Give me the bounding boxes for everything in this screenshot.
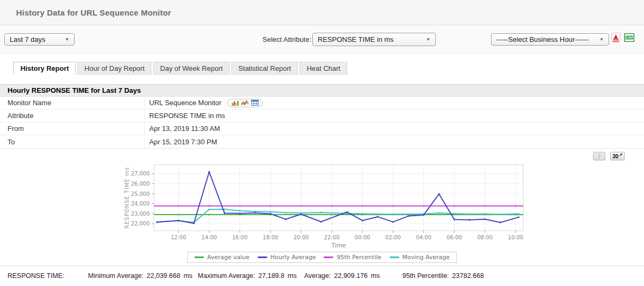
table-row: ToApr 15, 2019 7:30 PM [0, 135, 644, 148]
attribute-select[interactable]: RESPONSE TIME in ms ▼ [312, 33, 436, 46]
svg-text:04:00: 04:00 [416, 234, 431, 240]
legend-swatch [324, 256, 333, 258]
tab-statistical-report[interactable]: Statistical Report [231, 62, 298, 75]
report-table-rows: Monitor NameURL Sequence MonitorAttribut… [0, 97, 644, 148]
svg-text:06:00: 06:00 [447, 234, 462, 240]
legend-swatch [390, 256, 399, 258]
svg-text:00:00: 00:00 [355, 234, 370, 240]
summary-item-value: 27,189.8 [258, 272, 284, 280]
summary-item: 95th Percentile:23782.668 [402, 272, 484, 280]
attribute-value: RESPONSE TIME in ms [318, 35, 393, 43]
svg-text:12:00: 12:00 [171, 234, 186, 240]
chevron-down-icon: ▼ [599, 37, 604, 42]
svg-text:18:00: 18:00 [263, 234, 279, 240]
monitor-chart-shortcuts[interactable] [227, 99, 263, 107]
tab-heat-chart[interactable]: Heat Chart [299, 62, 347, 75]
summary-bar: RESPONSE TIME: Minimum Average:22,039.66… [0, 266, 644, 285]
row-label: From [0, 122, 145, 135]
svg-text:08:00: 08:00 [477, 234, 493, 240]
data-table-icon[interactable] [251, 100, 259, 106]
table-row: FromApr 13, 2019 11:30 AM [0, 122, 644, 135]
legend-item: 95th Percentile [324, 254, 381, 261]
line-chart-icon[interactable] [241, 100, 249, 106]
svg-text:10:00: 10:00 [508, 234, 523, 240]
report-tabs: History ReportHour of Day ReportDay of W… [13, 62, 644, 75]
summary-item-unit: ms [371, 272, 380, 280]
row-value-text: Apr 15, 2019 7:30 PM [149, 138, 217, 146]
period-button-label: 7 [598, 153, 601, 159]
summary-item-value: 22,039.668 [147, 272, 180, 280]
summary-item: Minimum Average:22,039.668ms [88, 272, 193, 280]
row-value-text: Apr 13, 2019 11:30 AM [149, 124, 220, 133]
legend-label: Hourly Average [270, 254, 316, 261]
period-30-button[interactable]: 30↗ [610, 152, 625, 160]
summary-item-label: Average: [304, 272, 331, 280]
business-hour-select[interactable]: -----Select Business Hour------ ▼ [491, 33, 609, 46]
time-range-select[interactable]: Last 7 days ▼ [4, 33, 75, 46]
row-value-text: URL Sequence Monitor [149, 99, 222, 107]
svg-text:23,000: 23,000 [131, 211, 150, 217]
tab-hour-of-day-report[interactable]: Hour of Day Report [77, 62, 151, 75]
legend-item: Average value [194, 254, 250, 261]
svg-text:20:00: 20:00 [294, 234, 309, 240]
bar-chart-icon[interactable] [231, 100, 239, 106]
legend-item: Hourly Average [258, 254, 316, 261]
period-7-button[interactable]: 7 [593, 152, 605, 160]
row-value: RESPONSE TIME in ms [145, 112, 225, 120]
svg-text:02:00: 02:00 [385, 234, 401, 240]
attribute-label: Select Attribute: [262, 35, 311, 43]
svg-text:CSV: CSV [626, 36, 633, 39]
summary-item: Maximum Average:27,189.8ms [198, 272, 297, 280]
chevron-down-icon: ▼ [426, 37, 430, 42]
table-row: AttributeRESPONSE TIME in ms [0, 109, 644, 122]
legend-label: Moving Average [402, 254, 450, 261]
toolbar: Last 7 days ▼ Select Attribute: RESPONSE… [0, 25, 644, 54]
legend-swatch [258, 256, 267, 258]
pdf-icon[interactable] [611, 33, 620, 42]
page-title: History Data for URL Sequence Monitor [16, 8, 171, 17]
row-label: Attribute [0, 109, 145, 122]
title-bar: History Data for URL Sequence Monitor [0, 0, 644, 25]
period-buttons: 730↗ [593, 152, 625, 160]
row-label: Monitor Name [0, 97, 145, 109]
time-range-value: Last 7 days [10, 35, 46, 43]
summary-item-unit: ms [288, 272, 297, 280]
svg-text:25,000: 25,000 [131, 191, 150, 197]
table-row: Monitor NameURL Sequence Monitor [0, 97, 644, 109]
chevron-down-icon: ▼ [65, 37, 69, 42]
row-value: Apr 13, 2019 11:30 AM [145, 124, 220, 133]
row-label: To [0, 135, 145, 148]
tab-day-of-week-report[interactable]: Day of Week Report [153, 62, 230, 75]
legend-label: 95th Percentile [336, 254, 381, 261]
expand-arrow-icon: ↗ [619, 152, 623, 157]
svg-text:RESPONSE TIME ms: RESPONSE TIME ms [124, 167, 130, 229]
period-button-label: 30 [612, 153, 618, 159]
summary-item-value: 22,909.176 [334, 272, 368, 280]
summary-title: RESPONSE TIME: [8, 272, 64, 280]
row-value: Apr 15, 2019 7:30 PM [145, 138, 217, 146]
summary-item: Average:22,909.176ms [304, 272, 380, 280]
business-hour-value: -----Select Business Hour------ [496, 35, 589, 43]
summary-item-label: Maximum Average: [198, 272, 255, 280]
svg-text:27,000: 27,000 [131, 171, 150, 177]
summary-item-label: Minimum Average: [88, 272, 143, 280]
legend-swatch [194, 256, 204, 258]
legend-label: Average value [207, 254, 250, 261]
report-table-title: Hourly RESPONSE TIME for Last 7 Days [0, 84, 644, 97]
svg-text:24,000: 24,000 [131, 201, 150, 207]
history-chart-card: 730↗ 22,00023,00024,00025,00026,00027,00… [0, 149, 644, 266]
csv-icon[interactable]: CSV [624, 33, 634, 42]
summary-item-unit: ms [184, 272, 193, 280]
row-value: URL Sequence Monitor [145, 99, 263, 107]
row-value-text: RESPONSE TIME in ms [149, 112, 225, 120]
svg-text:26,000: 26,000 [131, 181, 150, 187]
history-chart: 22,00023,00024,00025,00026,00027,00012:0… [122, 161, 536, 252]
svg-text:14:00: 14:00 [201, 234, 217, 240]
tab-history-report[interactable]: History Report [13, 62, 76, 75]
svg-text:16:00: 16:00 [232, 234, 247, 240]
svg-text:Time: Time [331, 242, 346, 249]
legend-item: Moving Average [390, 254, 450, 261]
summary-item-label: 95th Percentile: [402, 272, 449, 280]
export-buttons: CSV [611, 33, 634, 42]
chart-legend: Average valueHourly Average95th Percenti… [187, 252, 457, 263]
